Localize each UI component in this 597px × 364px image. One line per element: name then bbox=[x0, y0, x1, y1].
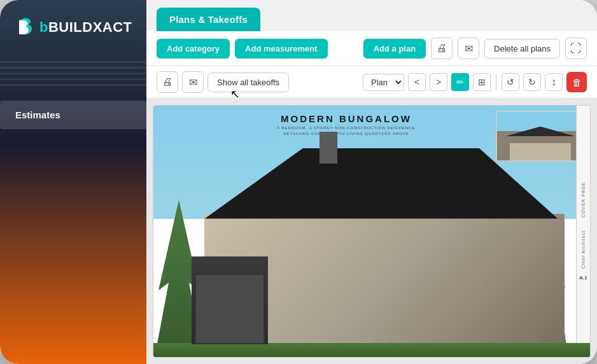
toolbar-row-1: Add category Add measurement Add a plan … bbox=[146, 31, 597, 66]
side-panel-cover-page: COVER PAGE bbox=[581, 182, 586, 218]
side-panel: COVER PAGE Chief Architect A.1 bbox=[576, 106, 590, 357]
print-button[interactable]: 🖨 bbox=[431, 38, 453, 59]
plan-garage-door bbox=[195, 274, 265, 344]
plan-title-sub2: DETACHED GARAGE WITH LIVING QUARTERS ABO… bbox=[153, 132, 539, 136]
layout-button[interactable]: ⊞ bbox=[473, 73, 491, 91]
next-plan-button[interactable]: > bbox=[430, 73, 447, 91]
main-content: Plans & Takeoffs Add category Add measur… bbox=[146, 0, 597, 364]
thumb-body bbox=[510, 143, 570, 160]
layout-icon: ⊞ bbox=[478, 77, 486, 87]
add-plan-button[interactable]: Add a plan bbox=[363, 39, 426, 59]
device-frame: bBUILDXACT Estimates Plans & Takeoffs A bbox=[0, 0, 597, 364]
print2-button[interactable]: 🖨 bbox=[157, 71, 178, 93]
pencil-tool-button[interactable]: ✏ bbox=[451, 73, 469, 91]
plan-image-container[interactable]: MODERN BUNGALOW 4 BEDROOM, 3 STOREY NON-… bbox=[153, 105, 591, 358]
plan-chimney bbox=[320, 132, 337, 164]
close-plans-button[interactable]: ⛶ bbox=[565, 38, 587, 59]
buildxact-logo-icon bbox=[15, 18, 34, 37]
print-icon: 🖨 bbox=[437, 43, 447, 54]
sidebar: bBUILDXACT Estimates bbox=[0, 0, 146, 364]
show-all-takeoffs-button[interactable]: Show all takeoffs bbox=[207, 73, 289, 92]
side-panel-ref: A.1 bbox=[579, 275, 587, 281]
sidebar-item-estimates[interactable]: Estimates bbox=[0, 101, 146, 129]
delete-plan-button[interactable]: 🗑 bbox=[566, 72, 587, 92]
toolbar-row-2: 🖨 ✉ Show all takeoffs Plan < > ✏ ⊞ bbox=[146, 66, 597, 99]
rotate-right-button[interactable]: ↻ bbox=[523, 73, 541, 91]
trash-icon: 🗑 bbox=[572, 77, 582, 88]
sidebar-logo: bBUILDXACT bbox=[0, 0, 148, 50]
rotate-left-button[interactable]: ↺ bbox=[502, 73, 519, 91]
plan-title-sub: 4 BEDROOM, 3 STOREY NON-CONSTRUCTION RES… bbox=[153, 126, 539, 130]
prev-plan-button[interactable]: < bbox=[408, 73, 426, 91]
toolbar-separator bbox=[496, 74, 496, 90]
email2-icon: ✉ bbox=[189, 76, 197, 88]
app-logo-text: bBUILDXACT bbox=[39, 19, 132, 36]
sidebar-decorative-lines bbox=[0, 57, 146, 90]
rotate-left-icon: ↺ bbox=[507, 77, 514, 87]
tab-bar: Plans & Takeoffs bbox=[146, 0, 597, 31]
tab-plans-takeoffs-label: Plans & Takeoffs bbox=[169, 14, 248, 25]
plan-lawn bbox=[153, 343, 590, 357]
plan-area: MODERN BUNGALOW 4 BEDROOM, 3 STOREY NON-… bbox=[146, 99, 597, 364]
pencil-icon: ✏ bbox=[456, 77, 464, 87]
plan-title-main: MODERN BUNGALOW bbox=[153, 113, 539, 124]
prev-icon: < bbox=[414, 77, 419, 87]
side-panel-architect: Chief Architect bbox=[581, 230, 586, 269]
rotate-right-icon: ↻ bbox=[528, 77, 536, 87]
plan-select-dropdown[interactable]: Plan bbox=[363, 74, 404, 91]
flip-button[interactable]: ↕ bbox=[545, 73, 563, 91]
sidebar-estimates-label: Estimates bbox=[15, 109, 60, 120]
flip-icon: ↕ bbox=[551, 76, 556, 88]
tab-plans-takeoffs[interactable]: Plans & Takeoffs bbox=[157, 8, 260, 31]
add-category-button[interactable]: Add category bbox=[157, 39, 230, 59]
email-button[interactable]: ✉ bbox=[458, 38, 479, 59]
close-icon: ⛶ bbox=[570, 42, 582, 55]
sidebar-nav: Estimates bbox=[0, 101, 146, 129]
email2-button[interactable]: ✉ bbox=[182, 71, 204, 93]
email-icon: ✉ bbox=[465, 43, 473, 55]
next-icon: > bbox=[436, 77, 441, 87]
plan-title-area: MODERN BUNGALOW 4 BEDROOM, 3 STOREY NON-… bbox=[153, 113, 539, 136]
delete-all-plans-button[interactable]: Delete all plans bbox=[484, 39, 560, 59]
print2-icon: 🖨 bbox=[162, 76, 172, 88]
add-measurement-button[interactable]: Add measurement bbox=[235, 39, 327, 59]
